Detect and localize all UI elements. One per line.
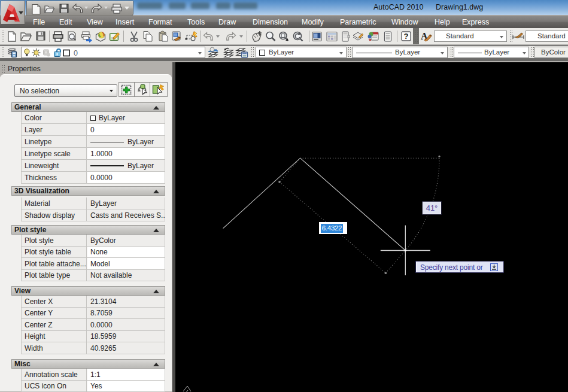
svg-text:?: ? [404,32,409,41]
svg-text:0: 0 [74,49,78,57]
